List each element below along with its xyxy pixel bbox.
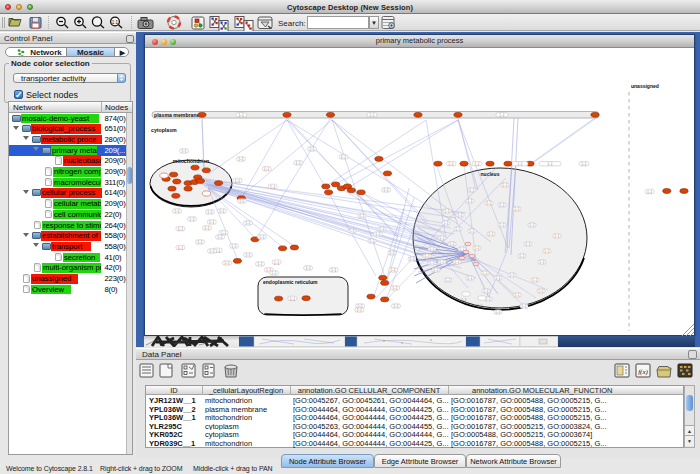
svg-text:[...]: [...] [221,231,226,235]
svg-text:[...]: [...] [545,249,550,253]
svg-text:f(x): f(x) [638,368,648,376]
svg-text:[...]: [...] [548,162,553,166]
svg-text:[...]: [...] [440,260,445,264]
svg-text:[...]: [...] [539,289,544,293]
svg-text:[...]: [...] [522,304,527,308]
svg-text:endoplasmic reticulum: endoplasmic reticulum [263,279,318,285]
svg-text:plasma membrane: plasma membrane [154,112,200,118]
svg-text:[...]: [...] [240,199,245,203]
svg-text:[...]: [...] [357,308,362,312]
svg-text:[...]: [...] [647,190,652,194]
svg-text:[...]: [...] [430,247,435,251]
svg-text:cytoplasm: cytoplasm [151,127,177,133]
svg-text:[...]: [...] [470,188,475,192]
svg-text:[...]: [...] [540,260,545,264]
svg-text:unassigned: unassigned [631,83,659,89]
svg-text:[...]: [...] [410,257,415,261]
svg-text:[...]: [...] [456,227,461,231]
svg-text:[...]: [...] [178,227,183,231]
svg-text:[...]: [...] [475,246,480,250]
svg-text:[...]: [...] [225,261,230,265]
svg-text:[...]: [...] [246,221,251,225]
svg-text:[...]: [...] [182,149,187,153]
svg-text:[...]: [...] [198,240,203,244]
svg-text:[...]: [...] [391,268,396,272]
svg-text:[...]: [...] [486,297,491,301]
svg-text:[...]: [...] [390,251,395,255]
svg-text:[...]: [...] [178,246,183,250]
svg-text:[...]: [...] [444,221,449,225]
svg-text:[...]: [...] [218,235,223,239]
svg-text:[...]: [...] [208,210,213,214]
svg-text:[...]: [...] [445,209,450,213]
svg-text:[...]: [...] [380,227,385,231]
svg-text:[...]: [...] [500,203,505,207]
svg-text:[...]: [...] [450,242,455,246]
svg-text:[...]: [...] [520,254,525,258]
svg-text:[...]: [...] [210,220,215,224]
svg-text:[...]: [...] [582,162,587,166]
svg-text:[...]: [...] [496,310,501,314]
svg-text:[...]: [...] [475,162,480,166]
svg-text:[...]: [...] [468,199,473,203]
svg-text:[...]: [...] [533,278,538,282]
svg-text:[...]: [...] [393,286,398,290]
svg-text:[...]: [...] [510,273,515,277]
svg-text:[...]: [...] [526,242,531,246]
svg-text:[...]: [...] [239,157,244,161]
svg-text:[...]: [...] [489,232,494,236]
svg-text:[...]: [...] [274,261,279,265]
svg-text:[...]: [...] [470,229,475,233]
svg-text:[...]: [...] [462,298,467,302]
svg-text:[...]: [...] [468,276,473,280]
svg-text:[...]: [...] [265,167,270,171]
svg-text:[...]: [...] [272,271,277,275]
svg-text:[...]: [...] [175,209,180,213]
svg-text:[...]: [...] [430,261,435,265]
svg-text:[...]: [...] [232,244,237,248]
svg-text:[...]: [...] [434,268,439,272]
svg-text:[...]: [...] [296,161,301,165]
svg-text:[...]: [...] [458,213,463,217]
svg-text:[...]: [...] [290,297,295,301]
svg-text:[...]: [...] [370,239,375,243]
svg-text:[...]: [...] [449,162,454,166]
svg-text:[...]: [...] [384,188,389,192]
svg-text:[...]: [...] [220,209,225,213]
svg-text:[...]: [...] [496,276,501,280]
svg-text:[...]: [...] [306,266,311,270]
svg-text:[...]: [...] [530,223,535,227]
svg-text:[...]: [...] [455,260,460,264]
svg-text:[...]: [...] [210,249,215,253]
svg-text:[...]: [...] [503,183,508,187]
svg-text:[...]: [...] [484,289,489,293]
svg-text:[...]: [...] [190,217,195,221]
svg-text:[...]: [...] [260,235,265,239]
svg-text:[...]: [...] [258,262,263,266]
svg-text:[...]: [...] [483,271,488,275]
svg-text:[...]: [...] [555,234,560,238]
svg-text:[...]: [...] [487,201,492,205]
svg-text:[...]: [...] [331,268,336,272]
svg-text:[...]: [...] [350,229,355,233]
svg-text:[...]: [...] [205,226,210,230]
svg-text:[...]: [...] [500,223,505,227]
svg-text:[...]: [...] [440,236,445,240]
svg-text:[...]: [...] [500,113,505,117]
svg-text:[...]: [...] [310,147,315,151]
svg-text:[...]: [...] [376,232,381,236]
svg-text:[...]: [...] [518,162,523,166]
svg-text:[...]: [...] [394,304,399,308]
svg-text:[...]: [...] [515,207,520,211]
svg-text:[...]: [...] [239,113,244,117]
svg-text:[...]: [...] [515,293,520,297]
svg-text:[...]: [...] [478,304,483,308]
svg-text:[...]: [...] [246,253,251,257]
svg-text:[...]: [...] [235,179,240,183]
svg-text:[...]: [...] [446,278,451,282]
svg-text:[...]: [...] [360,214,365,218]
svg-text:1:1: 1:1 [112,20,119,25]
svg-text:[...]: [...] [270,185,275,189]
svg-text:[...]: [...] [341,155,346,159]
svg-text:[...]: [...] [425,254,430,258]
